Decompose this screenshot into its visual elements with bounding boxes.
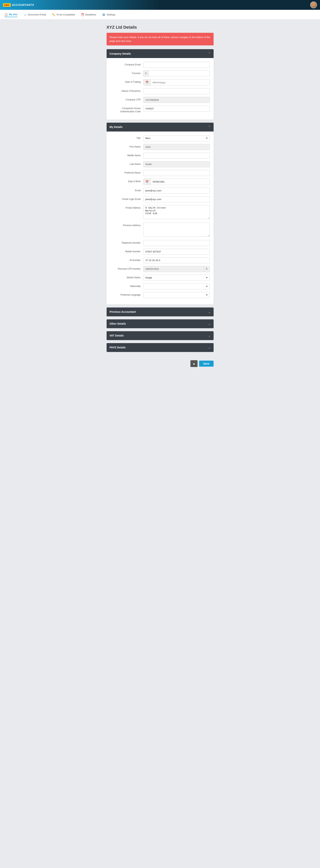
personal-utr-input[interactable]: [143, 266, 204, 272]
preferred-name-wrap: [143, 170, 210, 176]
nav-label-document-portal: Document Portal: [28, 13, 46, 16]
telephone-wrap: [143, 240, 210, 246]
ni-number-row: NI Number: [110, 257, 210, 264]
last-name-input[interactable]: [143, 161, 210, 167]
first-name-input[interactable]: [143, 144, 210, 150]
company-email-input[interactable]: [143, 62, 210, 68]
logo-abc: ABC: [3, 3, 11, 7]
nav-label-settings: Settings: [106, 13, 115, 16]
paye-details-header[interactable]: PAYE Details ⌄: [106, 343, 214, 352]
title-wrap: Miss Mr Mrs Ms Dr: [143, 135, 210, 141]
portal-login-email-wrap: [143, 196, 210, 203]
my-info-icon: 📋: [4, 13, 8, 16]
personal-utr-wrap: K: [143, 266, 210, 272]
previous-address-wrap: [143, 222, 210, 238]
nav-item-to-be-completed[interactable]: ✏️ To be Completed: [52, 12, 75, 17]
preferred-name-input[interactable]: [143, 170, 210, 176]
nationality-select[interactable]: [143, 283, 210, 289]
marital-status-row: Marital Status Single Married Divorced W…: [110, 275, 210, 281]
telephone-input[interactable]: [143, 240, 210, 246]
dob-wrap: 📅: [143, 179, 210, 185]
company-details-body: Company Email Turnover £ Date of Trading: [106, 58, 214, 120]
ni-number-wrap: [143, 257, 210, 264]
dob-input-group: 📅: [143, 179, 210, 185]
nav-label-deadlines: Deadlines: [85, 13, 96, 16]
personal-utr-row: Personal UTR Number K: [110, 266, 210, 272]
other-details-title: Other Details: [109, 322, 126, 325]
preferred-language-select[interactable]: [143, 292, 210, 298]
company-email-row: Company Email: [110, 62, 210, 68]
companies-house-wrap: [143, 105, 210, 112]
last-name-label: Last Name: [110, 161, 143, 166]
to-be-completed-icon: ✏️: [52, 13, 55, 16]
previous-address-row: Previous Address: [110, 222, 210, 238]
nationality-wrap: [143, 283, 210, 289]
postal-address-label: Postal Address: [110, 205, 143, 210]
title-select[interactable]: Miss Mr Mrs Ms Dr: [143, 135, 210, 141]
previous-address-textarea[interactable]: [143, 222, 210, 237]
nav-item-document-portal[interactable]: ☁️ Document Portal: [24, 12, 46, 17]
email-label: Email: [110, 188, 143, 192]
first-name-wrap: [143, 144, 210, 150]
avatar[interactable]: [310, 1, 317, 8]
mobile-label: Mobile Number: [110, 249, 143, 253]
nav-item-deadlines[interactable]: ⏰ Deadlines: [81, 12, 96, 17]
turnover-input-group: £: [143, 70, 210, 76]
nav-label-my-info: My Info: [9, 13, 18, 16]
preferred-language-row: Preferred Language: [110, 292, 210, 298]
personal-utr-suffix: K: [204, 266, 210, 272]
scroll-up-icon: ▲: [192, 362, 195, 365]
company-utr-row: Company UTR: [110, 97, 210, 103]
nature-of-business-input[interactable]: [143, 88, 210, 94]
nationality-row: Nationality: [110, 283, 210, 289]
save-button[interactable]: Save: [199, 361, 214, 367]
dob-row: Date of Birth 📅: [110, 179, 210, 185]
companies-house-input[interactable]: [143, 105, 210, 112]
other-details-section: Other Details ⌄: [106, 319, 214, 328]
company-details-header[interactable]: Company Details ⌃: [106, 49, 214, 58]
nav-item-settings[interactable]: ⚙️ Settings: [102, 12, 115, 17]
main-content: XYZ Ltd Details Please enter your detail…: [104, 25, 217, 352]
vat-details-header[interactable]: VAT Details ⌄: [106, 331, 214, 340]
marital-status-label: Marital Status: [110, 275, 143, 279]
document-portal-icon: ☁️: [24, 13, 27, 16]
title-label: Title: [110, 135, 143, 140]
company-details-title: Company Details: [109, 52, 131, 55]
companies-house-label: Companies House Authentication Code: [110, 105, 143, 113]
marital-status-select[interactable]: Single Married Divorced Widowed Civil Pa…: [143, 275, 210, 281]
my-details-body: Title Miss Mr Mrs Ms Dr First Name: [106, 131, 214, 305]
first-name-label: First Name: [110, 144, 143, 149]
dob-input[interactable]: [151, 179, 210, 185]
email-wrap: [143, 188, 210, 194]
middle-name-input[interactable]: [143, 153, 210, 159]
page-title: XYZ Ltd Details: [106, 25, 214, 30]
postal-address-textarea[interactable]: 9 Smith Street Warwick CV34 4JA: [143, 205, 210, 219]
portal-login-email-input[interactable]: [143, 196, 210, 203]
previous-accountant-title: Previous Accountant: [109, 310, 136, 313]
email-input[interactable]: [143, 188, 210, 194]
turnover-input[interactable]: [149, 70, 210, 76]
marital-status-wrap: Single Married Divorced Widowed Civil Pa…: [143, 275, 210, 281]
my-details-chevron: ⌃: [208, 125, 211, 129]
ni-number-input[interactable]: [143, 257, 210, 264]
previous-accountant-header[interactable]: Previous Accountant ⌄: [106, 308, 214, 316]
logo: ABC ACCOUNTANTS: [3, 3, 34, 7]
mobile-input[interactable]: [143, 249, 210, 255]
vat-details-section: VAT Details ⌄: [106, 331, 214, 340]
company-utr-input[interactable]: [143, 97, 210, 103]
nav-item-my-info[interactable]: 📋 My Info: [4, 12, 18, 17]
nature-of-business-wrap: [143, 88, 210, 94]
paye-details-title: PAYE Details: [109, 346, 126, 349]
nav-label-to-be-completed: To be Completed: [56, 13, 75, 16]
my-details-header[interactable]: My Details ⌃: [106, 123, 214, 131]
scroll-up-button[interactable]: ▲: [190, 360, 198, 367]
bottom-bar: ▲ Save: [104, 357, 217, 370]
dob-calendar-icon[interactable]: 📅: [143, 179, 151, 185]
calendar-icon[interactable]: 📅: [143, 79, 151, 85]
middle-name-row: Middle Name: [110, 153, 210, 159]
other-details-header[interactable]: Other Details ⌄: [106, 319, 214, 328]
date-of-trading-input[interactable]: [151, 79, 210, 85]
email-row: Email: [110, 188, 210, 194]
nationality-label: Nationality: [110, 283, 143, 288]
date-of-trading-input-group: 📅: [143, 79, 210, 86]
